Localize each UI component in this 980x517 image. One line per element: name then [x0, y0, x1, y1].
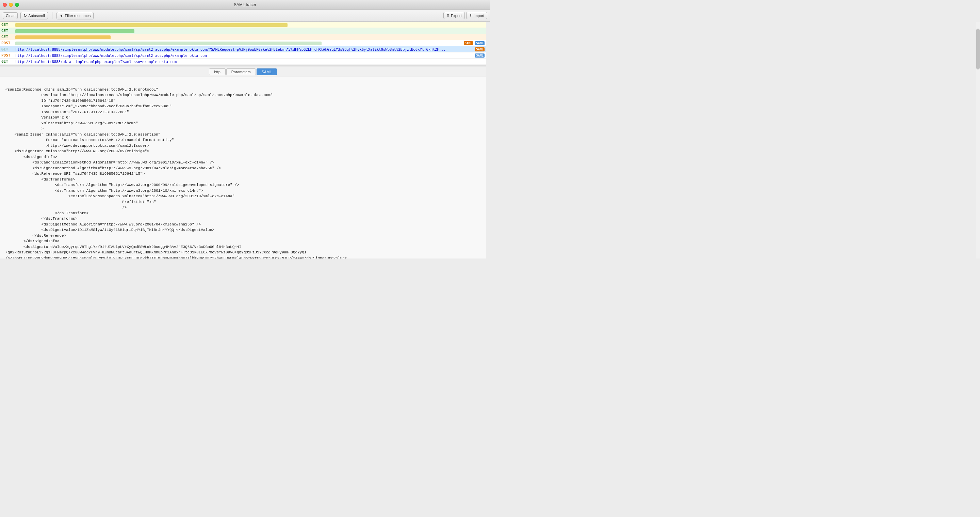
toolbar: Clear ↻ Autoscroll ▼ Filter resources ⬆ … — [0, 10, 490, 22]
filter-resources-button[interactable]: ▼ Filter resources — [56, 12, 94, 19]
window-title: SAML tracer — [234, 2, 256, 7]
log-row[interactable]: GET http://localhost:8888/okta-simplesam… — [0, 59, 486, 65]
log-url: http://localhost:8888/okta-simplesamlphp… — [15, 60, 486, 64]
window-controls — [3, 3, 19, 7]
toolbar-separator — [52, 12, 52, 19]
tab-saml[interactable]: SAML — [256, 69, 277, 75]
export-icon: ⬆ — [447, 13, 450, 18]
method-label: GET — [0, 22, 15, 27]
method-label: GET — [0, 47, 15, 51]
log-row[interactable]: POST SAML SAML — [0, 40, 486, 46]
log-row[interactable]: GET — [0, 34, 486, 40]
main-area: GET GET GET POST — [0, 22, 490, 258]
log-url — [15, 22, 486, 27]
method-label: POST — [0, 53, 15, 57]
export-label: Export — [451, 14, 462, 18]
xml-content-area[interactable]: <saml2p:Response xmlns:saml2p="urn:oasis… — [0, 77, 486, 258]
autoscroll-label: Autoscroll — [28, 14, 45, 18]
saml-badge-blue: SAML — [475, 41, 485, 45]
method-label: GET — [0, 29, 15, 33]
log-url — [15, 41, 463, 45]
minimize-button[interactable] — [9, 3, 13, 7]
log-url — [15, 35, 486, 39]
log-row[interactable]: POST http://localhost:8888/simplesamlphp… — [0, 53, 486, 59]
tabs-bar: http Parameters SAML — [0, 66, 486, 77]
method-label: GET — [0, 59, 15, 64]
title-bar: SAML tracer — [0, 0, 490, 10]
clear-button[interactable]: Clear — [3, 12, 18, 19]
log-url: http://localhost:8888/simplesamlphp/www/… — [15, 53, 474, 57]
method-label: GET — [0, 35, 15, 39]
toolbar-right: ⬆ Export ⬇ Import — [443, 12, 487, 19]
saml-badge: SAML — [475, 47, 485, 51]
log-row[interactable]: GET — [0, 22, 486, 28]
import-button[interactable]: ⬇ Import — [466, 12, 487, 19]
log-url — [15, 29, 486, 33]
network-log: GET GET GET POST — [0, 22, 486, 65]
import-icon: ⬇ — [469, 13, 472, 18]
xml-text: <saml2p:Response xmlns:saml2p="urn:oasis… — [5, 88, 347, 259]
saml-badge-orange: SAML — [464, 41, 473, 45]
log-row[interactable]: GET http://localhost:8888/simplesamlphp/… — [0, 46, 486, 53]
log-row[interactable]: GET — [0, 28, 486, 34]
autoscroll-icon: ↻ — [24, 13, 27, 18]
filter-icon: ▼ — [60, 13, 64, 18]
saml-badge-blue: SAML — [475, 53, 485, 57]
tab-http[interactable]: http — [209, 69, 225, 75]
log-url: http://localhost:8888/simplesamlphp/www/… — [15, 47, 474, 51]
method-label: POST — [0, 41, 15, 45]
autoscroll-button[interactable]: ↻ Autoscroll — [21, 12, 48, 19]
import-label: Import — [474, 14, 484, 18]
export-button[interactable]: ⬆ Export — [443, 12, 465, 19]
maximize-button[interactable] — [15, 3, 19, 7]
filter-label: Filter resources — [65, 14, 91, 18]
close-button[interactable] — [3, 3, 7, 7]
tab-parameters[interactable]: Parameters — [226, 69, 256, 75]
content-wrapper: GET GET GET POST — [0, 22, 486, 258]
